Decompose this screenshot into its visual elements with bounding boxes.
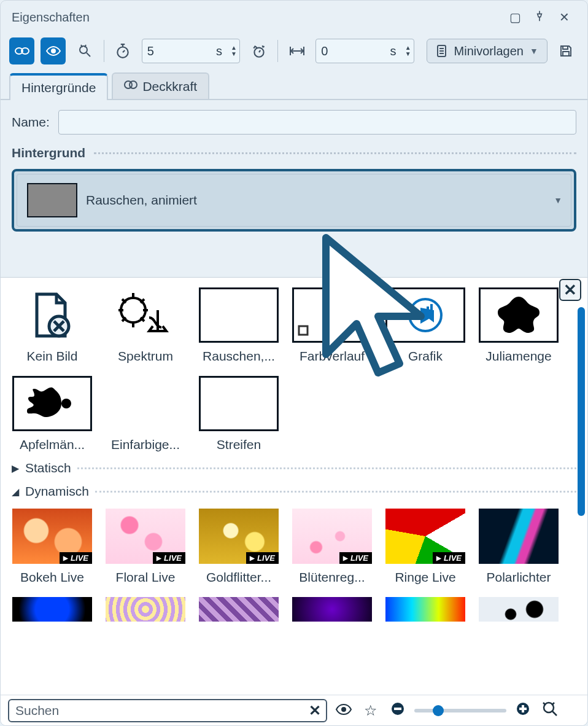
svg-rect-46	[522, 705, 524, 712]
svg-rect-43	[394, 708, 401, 710]
search-input[interactable]: Suchen ✕	[8, 699, 327, 722]
svg-line-4	[87, 53, 90, 57]
picker-grid-dynamic: LIVE Bokeh Live LIVE Floral Live LIVE Go…	[12, 505, 576, 622]
picker-item[interactable]	[478, 597, 559, 622]
gap-input[interactable]: 0 s ▲▼	[315, 39, 414, 63]
selected-thumbnail	[27, 183, 77, 217]
chevron-down-icon: ▼	[530, 46, 538, 56]
section-dynamic[interactable]: ◢ Dynamisch	[12, 484, 576, 499]
name-label: Name:	[12, 115, 50, 130]
name-input[interactable]	[58, 110, 576, 135]
gradient-thumbnail	[292, 287, 372, 343]
noise-thumbnail	[199, 287, 279, 343]
svg-point-41	[342, 708, 346, 711]
picker-item[interactable]: LIVE Ringe Live	[385, 509, 466, 585]
svg-point-3	[80, 46, 87, 53]
svg-rect-21	[563, 52, 569, 56]
zoom-in-icon[interactable]	[513, 701, 533, 720]
picker-item[interactable]	[292, 597, 373, 622]
svg-line-48	[552, 711, 557, 716]
reset-time-button[interactable]	[246, 37, 271, 64]
picker-item[interactable]: LIVE Blütenreg...	[292, 509, 373, 585]
templates-label: Minivorlagen	[454, 44, 524, 58]
svg-rect-36	[299, 326, 308, 335]
no-image-icon	[12, 287, 92, 343]
clear-search-icon[interactable]: ✕	[309, 702, 321, 719]
background-picker: ✕ Kein Bild Spektrum Rauschen,...	[1, 277, 587, 700]
titlebar: Eigenschaften ▢ ✕	[1, 1, 587, 34]
window-title: Eigenschaften	[12, 10, 90, 25]
main-toolbar: 5 s ▲▼ 0 s ▲▼ Minivorlagen ▼	[1, 34, 587, 72]
link-toggle-button[interactable]	[9, 37, 34, 64]
svg-point-40	[61, 399, 71, 408]
target-button[interactable]	[72, 37, 97, 64]
duration-value: 5	[147, 44, 216, 58]
svg-point-2	[52, 49, 55, 53]
zoom-fit-icon[interactable]	[540, 701, 560, 720]
tab-opacity[interactable]: Deckkraft	[112, 72, 209, 99]
preview-icon[interactable]	[333, 702, 354, 719]
duration-input[interactable]: 5 s ▲▼	[142, 39, 240, 63]
gap-stepper[interactable]: ▲▼	[405, 45, 411, 57]
svg-point-23	[130, 81, 137, 88]
background-combo[interactable]: Rauschen, animiert ▼	[12, 169, 576, 232]
svg-rect-39	[430, 304, 433, 315]
stripes-thumbnail	[199, 376, 279, 431]
save-button[interactable]	[554, 37, 579, 64]
mandelbrot-thumbnail	[12, 376, 92, 431]
rings-thumbnail: LIVE	[385, 509, 465, 564]
svg-rect-20	[563, 46, 568, 49]
search-placeholder: Suchen	[15, 703, 59, 718]
pin-icon[interactable]	[527, 10, 552, 25]
picker-item[interactable]: LIVE Bokeh Live	[12, 509, 93, 585]
group-header-background: Hintergrund	[12, 146, 576, 160]
picker-item[interactable]: LIVE Floral Live	[105, 509, 186, 585]
picker-item[interactable]	[105, 597, 186, 622]
tab-bar: Hintergründe Deckkraft	[1, 72, 587, 100]
gap-icon	[284, 37, 309, 64]
gap-value: 0	[321, 44, 390, 58]
gap-unit: s	[390, 44, 397, 58]
picker-item[interactable]	[12, 597, 93, 622]
picker-item[interactable]: Rauschen,...	[198, 287, 279, 364]
picker-item[interactable]: Farbverlauf	[292, 287, 373, 364]
duration-stepper[interactable]: ▲▼	[231, 45, 237, 57]
blossom-thumbnail: LIVE	[292, 509, 372, 564]
close-icon[interactable]: ✕	[552, 10, 576, 25]
properties-panel: Eigenschaften ▢ ✕ 5 s ▲▼	[0, 0, 588, 726]
svg-point-7	[117, 47, 128, 58]
stopwatch-icon	[110, 37, 136, 64]
maximize-icon[interactable]: ▢	[503, 10, 527, 25]
opacity-icon	[124, 79, 137, 94]
zoom-out-icon[interactable]	[387, 701, 408, 720]
templates-button[interactable]: Minivorlagen ▼	[427, 39, 547, 63]
picker-item[interactable]: Streifen	[198, 376, 279, 452]
selected-background-label: Rauschen, animiert	[86, 193, 197, 208]
expand-arrow-icon: ◢	[12, 486, 19, 498]
section-static[interactable]: ▶ Statisch	[12, 461, 576, 475]
picker-item[interactable]: LIVE Goldflitter...	[198, 509, 279, 585]
svg-line-10	[123, 50, 125, 52]
picker-item[interactable]	[198, 597, 279, 622]
picker-item[interactable]	[385, 597, 466, 622]
scrollbar[interactable]	[578, 307, 585, 692]
spectrum-icon	[106, 287, 185, 343]
picker-item[interactable]: Kein Bild	[12, 287, 93, 364]
picker-bottom-bar: Suchen ✕ ☆	[1, 695, 587, 725]
svg-rect-38	[427, 306, 429, 315]
picker-item[interactable]: Grafik	[385, 287, 466, 364]
collapse-arrow-icon: ▶	[12, 463, 19, 474]
picker-close-button[interactable]: ✕	[559, 279, 581, 301]
picker-item[interactable]: Polarlichter	[478, 509, 559, 585]
svg-point-11	[254, 48, 263, 57]
picker-item[interactable]: Spektrum	[105, 287, 186, 364]
tab-body: Name: Hintergrund Rauschen, animiert ▼	[1, 100, 587, 236]
zoom-slider[interactable]	[414, 709, 506, 712]
graphic-thumbnail	[385, 287, 465, 343]
picker-item[interactable]: Juliamenge	[478, 287, 559, 364]
tab-backgrounds[interactable]: Hintergründe	[9, 73, 108, 100]
picker-item[interactable]: Apfelmän...	[12, 376, 93, 452]
visibility-toggle-button[interactable]	[41, 37, 66, 64]
picker-item[interactable]: Einfarbige...	[105, 376, 186, 452]
favorite-icon[interactable]: ☆	[360, 702, 381, 719]
